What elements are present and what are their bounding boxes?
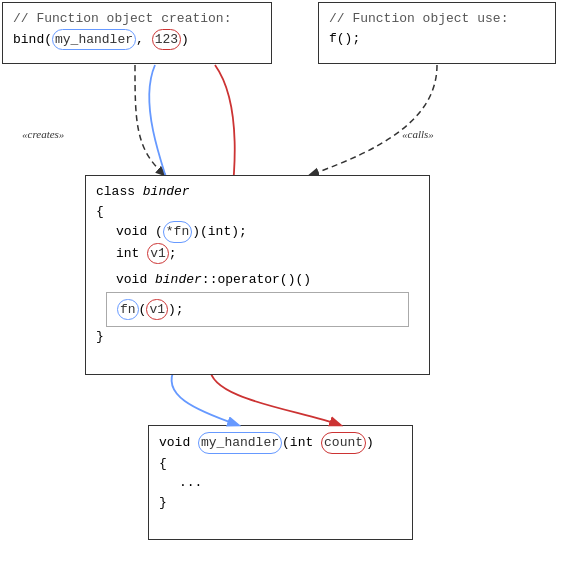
operator-box: fn(v1);: [106, 292, 409, 328]
class-open: {: [96, 202, 419, 222]
creates-arrow: [135, 65, 165, 175]
handler-open: {: [159, 454, 402, 474]
fn-highlight: *fn: [163, 221, 192, 243]
operator-body: fn(v1);: [117, 299, 398, 321]
class-v1: int v1;: [96, 243, 419, 265]
count-highlight: count: [321, 432, 366, 454]
handler-close: }: [159, 493, 402, 513]
value-123-highlight: 123: [152, 29, 181, 51]
creates-label: «creates»: [22, 128, 64, 140]
fn-call-highlight: fn: [117, 299, 139, 321]
class-box: class binder { void (*fn)(int); int v1; …: [85, 175, 430, 375]
creation-box: // Function object creation: bind(my_han…: [2, 2, 272, 64]
handler-ellipsis: ...: [159, 473, 402, 493]
my-handler-highlight: my_handler: [52, 29, 136, 51]
red-arrow-v1-to-count: [210, 368, 340, 425]
use-comment: // Function object use:: [329, 9, 545, 29]
handler-box: void my_handler(int count) { ... }: [148, 425, 413, 540]
handler-header: void my_handler(int count): [159, 432, 402, 454]
blue-arrow-fn-to-handler: [171, 368, 238, 425]
my-handler-def-highlight: my_handler: [198, 432, 282, 454]
use-code: f();: [329, 29, 545, 49]
use-box: // Function object use: f();: [318, 2, 556, 64]
v1-call-highlight: v1: [146, 299, 168, 321]
creation-comment: // Function object creation:: [13, 9, 261, 29]
creation-code: bind(my_handler, 123): [13, 29, 261, 51]
v1-highlight: v1: [147, 243, 169, 265]
class-close-inner: }: [96, 327, 419, 347]
class-fn-ptr: void (*fn)(int);: [96, 221, 419, 243]
class-operator-header: void binder::operator()(): [96, 270, 419, 290]
class-header: class binder: [96, 182, 419, 202]
calls-arrow: [310, 65, 437, 175]
calls-label: «calls»: [402, 128, 434, 140]
